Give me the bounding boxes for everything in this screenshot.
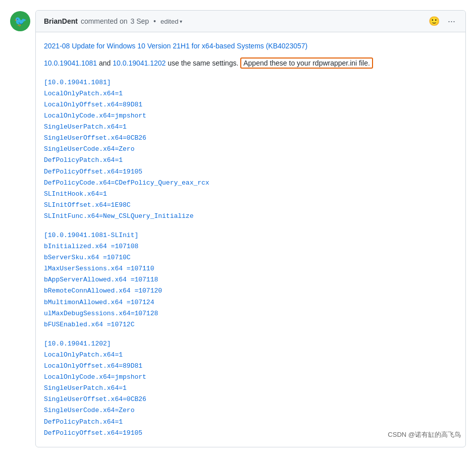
- code-line: LocalOnlyPatch.x64=1: [44, 88, 457, 99]
- code-line: bInitialized.x64 =107108: [44, 241, 457, 252]
- section-1081-header: [10.0.19041.1081]: [44, 77, 457, 88]
- code-line: SingleUserOffset.x64=0CB26: [44, 394, 457, 405]
- code-line: ulMaxDebugSessions.x64=107128: [44, 308, 457, 319]
- code-line: DefPolicyCode.x64=CDefPolicy_Query_eax_r…: [44, 178, 457, 189]
- separator: •: [153, 17, 156, 25]
- code-line: lMaxUserSessions.x64 =107110: [44, 263, 457, 274]
- comment-body: 2021-08 Update for Windows 10 Version 21…: [36, 32, 465, 447]
- section-1081-slinit: [10.0.19041.1081-SLInit] bInitialized.x6…: [44, 230, 457, 330]
- ellipsis-icon: ···: [448, 16, 455, 26]
- code-line: LocalOnlyOffset.x64=89D81: [44, 361, 457, 372]
- code-line: bFUSEnabled.x64 =10712C: [44, 319, 457, 330]
- code-line: SLInitHook.x64=1: [44, 189, 457, 200]
- edited-badge[interactable]: edited ▾: [161, 18, 182, 25]
- code-line: LocalOnlyCode.x64=jmpshort: [44, 372, 457, 383]
- comment-header-left: BrianDent commented on 3 Sep • edited ▾: [44, 17, 182, 25]
- code-line: LocalOnlyCode.x64=jmpshort: [44, 110, 457, 122]
- code-line: SingleUserCode.x64=Zero: [44, 144, 457, 155]
- section-1202: [10.0.19041.1202] LocalOnlyPatch.x64=1 L…: [44, 338, 457, 439]
- code-line: DefPolicyPatch.x64=1: [44, 417, 457, 428]
- comment-username[interactable]: BrianDent: [44, 17, 78, 25]
- edited-label: edited: [161, 18, 178, 25]
- code-line: LocalOnlyPatch.x64=1: [44, 350, 457, 361]
- intro-suffix: use the same settings.: [168, 59, 240, 67]
- intro-and: and: [99, 59, 113, 67]
- chevron-down-icon: ▾: [180, 19, 182, 24]
- section-1202-header: [10.0.19041.1202]: [44, 338, 457, 350]
- section-1081: [10.0.19041.1081] LocalOnlyPatch.x64=1 L…: [44, 77, 457, 222]
- title-link[interactable]: 2021-08 Update for Windows 10 Version 21…: [44, 42, 307, 50]
- intro-paragraph: 10.0.19041.1081 and 10.0.19041.1202 use …: [44, 57, 457, 69]
- emoji-icon: 🙂: [429, 16, 440, 26]
- emoji-button[interactable]: 🙂: [427, 15, 442, 28]
- code-line: SLInitOffset.x64=1E98C: [44, 200, 457, 211]
- comment-date: 3 Sep: [131, 17, 149, 25]
- avatar: 🐦: [10, 11, 30, 31]
- comment-header-right: 🙂 ···: [427, 15, 457, 28]
- code-line: SingleUserPatch.x64=1: [44, 122, 457, 133]
- intro-link1[interactable]: 10.0.19041.1081: [44, 59, 97, 67]
- code-line: bMultimonAllowed.x64 =107124: [44, 297, 457, 308]
- code-line: SLInitFunc.x64=New_CSLQuery_Initialize: [44, 211, 457, 222]
- code-line: bServerSku.x64 =10710C: [44, 252, 457, 263]
- code-line: LocalOnlyOffset.x64=89D81: [44, 99, 457, 110]
- code-line: bRemoteConnAllowed.x64 =107120: [44, 285, 457, 297]
- code-line: SingleUserPatch.x64=1: [44, 383, 457, 394]
- title-paragraph: 2021-08 Update for Windows 10 Version 21…: [44, 40, 457, 51]
- comment-action: commented on: [81, 17, 128, 25]
- code-line: bAppServerAllowed.x64 =107118: [44, 274, 457, 285]
- watermark: CSDN @诺有缸的高飞鸟: [388, 430, 461, 439]
- more-options-button[interactable]: ···: [446, 15, 457, 28]
- intro-link2[interactable]: 10.0.19041.1202: [113, 59, 166, 67]
- code-line: SingleUserOffset.x64=0CB26: [44, 133, 457, 144]
- section-1081-slinit-header: [10.0.19041.1081-SLInit]: [44, 230, 457, 241]
- comment-container: BrianDent commented on 3 Sep • edited ▾ …: [35, 10, 466, 447]
- code-line: DefPolicyOffset.x64=19105: [44, 166, 457, 178]
- code-line: SingleUserCode.x64=Zero: [44, 405, 457, 416]
- code-line: DefPolicyPatch.x64=1: [44, 155, 457, 166]
- highlight-box: Append these to your rdpwrapper.ini file…: [240, 57, 373, 69]
- comment-header: BrianDent commented on 3 Sep • edited ▾ …: [36, 11, 465, 32]
